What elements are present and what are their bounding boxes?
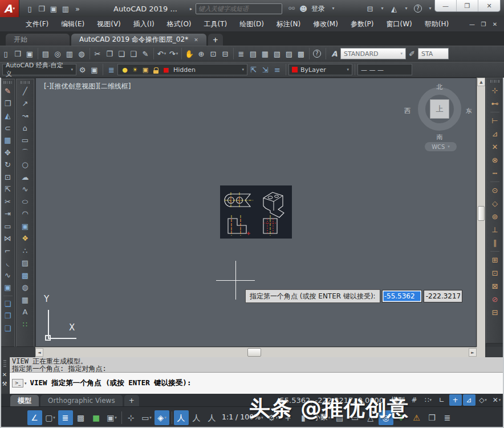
model-tab[interactable]: 模型 [10, 395, 39, 406]
extension-snap-icon[interactable]: ┅ [487, 167, 502, 180]
infer-constraints-toggle[interactable]: ∠ [27, 410, 42, 425]
help-icon[interactable]: ? [311, 48, 323, 60]
menu-help[interactable]: 帮助(H) [418, 17, 455, 32]
ortho-mode-icon[interactable]: ∟ [436, 394, 448, 406]
menu-file[interactable]: 文件(F) [19, 17, 55, 32]
autocad-logo-button[interactable]: A ▾ [0, 0, 19, 17]
command-history[interactable]: VIEW 正在重生成模型。 指定第一个角点: 指定对角点: [10, 357, 504, 373]
clean-screen-toggle[interactable]: ❒ [425, 410, 440, 425]
scale-tool[interactable]: ⊡ [2, 171, 14, 184]
snap-mode-icon[interactable]: ∷▾ [422, 394, 434, 406]
zoom-realtime-icon[interactable]: ⊕ [196, 48, 208, 60]
viewcube-west-label[interactable]: 西 [404, 107, 410, 115]
sign-in-caret-icon[interactable]: ▾ [327, 3, 339, 15]
scroll-right-arrow-icon[interactable]: ► [469, 348, 477, 357]
viewport-controls-label[interactable]: [-][推优创意视图][二维线框] [44, 82, 131, 91]
rotate-tool[interactable]: ↻ [2, 159, 14, 171]
annotation-visibility-toggle[interactable]: 人 [174, 410, 189, 425]
snap-mode-toggle[interactable]: ▢▾ [43, 410, 58, 425]
zoom-window-icon[interactable]: ⊡ [208, 48, 220, 60]
layer-select[interactable]: ●☀▣●■ Hidden▾ [117, 64, 247, 75]
center-snap-icon[interactable]: ⊙ [487, 184, 502, 197]
menu-tools[interactable]: 工具(T) [198, 17, 234, 32]
doc-minimize-button[interactable]: — [468, 20, 477, 29]
toolbar-grip[interactable] [3, 81, 13, 84]
annotation-autoscale-toggle[interactable]: 人 [189, 410, 204, 425]
scroll-up-arrow-icon[interactable]: ▲ [477, 78, 485, 86]
array-tool[interactable]: ▦ [2, 134, 14, 147]
ui-lock-icon[interactable]: ▣ [88, 64, 100, 76]
print-preview-icon[interactable]: ◎ [52, 48, 64, 60]
snap-from-icon[interactable]: ⊷ [487, 97, 502, 110]
quadrant-snap-icon[interactable]: ◇ [487, 197, 502, 210]
layer-on-icon[interactable]: ● [121, 64, 129, 76]
spline-tool[interactable]: ∿ [19, 183, 31, 196]
quick-calc-icon[interactable]: ▩ [295, 48, 307, 60]
close-button[interactable]: ✕ [478, 0, 500, 11]
sign-in-label[interactable]: 登录 [310, 3, 327, 15]
command-prompt-text[interactable]: VIEW 指定第一个角点 (或按 ENTER 键以接受): [30, 378, 192, 388]
publish-icon[interactable]: ◍ [76, 48, 88, 60]
wcs-menu[interactable]: WCS▾ [425, 142, 457, 151]
extend-tool[interactable]: ⇥ [2, 208, 14, 220]
toolbar-grip[interactable] [490, 80, 499, 83]
text-style-select[interactable]: STANDARD▾ [340, 48, 406, 59]
layer-properties-icon[interactable]: ≣ [235, 48, 247, 60]
menu-edit[interactable]: 编辑(E) [55, 17, 91, 32]
command-window-grip[interactable] [3, 359, 6, 367]
insert-snap-icon[interactable]: ⊞ [487, 253, 502, 267]
explode-tool[interactable]: ▣ [2, 281, 14, 294]
region-tool[interactable]: ◍ [19, 281, 31, 294]
polygon-tool[interactable]: ⌂ [19, 122, 31, 135]
undo-icon[interactable]: ↶▾ [156, 48, 168, 60]
viewcube-top-face[interactable]: 上 [430, 99, 449, 119]
command-prompt-icon[interactable]: >_ [12, 379, 23, 387]
layer-thaw-icon[interactable]: ☀ [131, 64, 139, 76]
rectangle-tool[interactable]: ▭ [19, 134, 31, 147]
insert-block-tool[interactable]: ▣ [19, 220, 31, 233]
copy-icon[interactable]: ❐ [104, 48, 116, 60]
properties-palette-icon[interactable]: ▦ [259, 48, 271, 60]
hatch-tool[interactable]: ▨ [19, 257, 31, 269]
layer-states-icon[interactable]: ▤ [247, 48, 259, 60]
isodraft-icon[interactable]: ◇▾ [477, 394, 489, 406]
title-expand-icon[interactable]: ▸ [190, 6, 192, 11]
isometric-drafting-toggle[interactable]: ◈▾ [155, 410, 169, 425]
command-window-close-icon[interactable]: ✕ [1, 370, 9, 379]
paste-icon[interactable]: ❏ [116, 48, 128, 60]
line-tool[interactable]: ╱ [19, 85, 31, 98]
dim-style-select[interactable]: STA [418, 48, 449, 59]
toolbar-grip[interactable] [21, 81, 30, 84]
parallel-snap-icon[interactable]: ∥ [487, 236, 502, 249]
perpendicular-snap-icon[interactable]: ⊥ [487, 223, 502, 236]
snap-type-toggle[interactable]: ▩ [74, 410, 88, 425]
dynamic-input-y-field[interactable] [424, 290, 462, 302]
node-snap-icon[interactable]: ⊡ [487, 267, 502, 280]
otrack-icon[interactable]: ✕▾ [490, 394, 503, 406]
menu-window[interactable]: 窗口(W) [380, 17, 418, 32]
toolbar-expand-icon[interactable]: » [72, 3, 84, 15]
app-store-caret-icon[interactable]: ▾ [400, 3, 412, 15]
copy-tool[interactable]: ❐ [2, 98, 14, 110]
text-tool[interactable]: A [19, 306, 31, 318]
make-object-layer-current-icon[interactable]: ⇱ [247, 64, 259, 76]
layout-tab[interactable]: Orthographic Views [40, 395, 123, 406]
layer-match-icon[interactable]: ⇲ [259, 64, 271, 76]
draworder-above-tool[interactable]: ❑ [2, 322, 14, 335]
dim-style-icon[interactable]: ✐ [406, 48, 418, 60]
restore-button[interactable]: ❐ [457, 0, 478, 11]
chamfer-tool[interactable]: ⌐ [2, 245, 14, 257]
polyline-tool[interactable]: ↝ [19, 110, 31, 122]
dynamic-input-x-field[interactable] [382, 290, 422, 302]
draworder-front-tool[interactable]: ❏ [2, 298, 14, 310]
gradient-tool[interactable]: ▩ [19, 269, 31, 282]
temporary-track-point-snap[interactable]: ⊹ [487, 84, 502, 97]
viewcube-east-label[interactable]: 东 [466, 107, 472, 115]
donut-tool[interactable]: ∷ [19, 318, 31, 331]
redo-icon[interactable]: ↷▾ [168, 48, 180, 60]
sign-in-user-icon[interactable]: ☻ [298, 3, 310, 15]
point-tool[interactable]: ∴ [19, 245, 31, 257]
text-style-icon[interactable]: A [328, 48, 340, 60]
polar-tracking-icon[interactable]: + [449, 394, 462, 406]
viewcube-north-label[interactable]: 北 [418, 83, 461, 91]
